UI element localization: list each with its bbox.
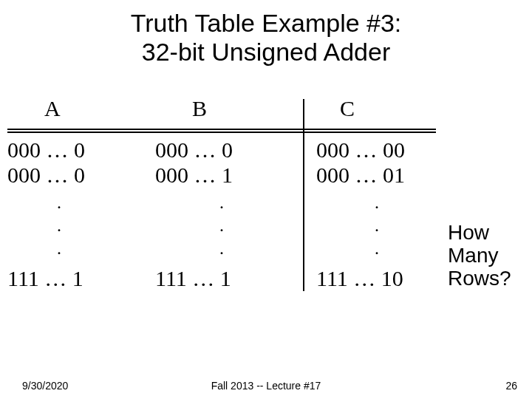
annotation-line: Rows?: [448, 267, 511, 290]
footer-course: Fall 2013 -- Lecture #17: [0, 380, 532, 392]
ellipsis-dot: .: [7, 197, 155, 209]
col-header-A: A: [7, 96, 155, 121]
footer-page-number: 26: [505, 380, 517, 392]
col-header-C: C: [303, 96, 436, 121]
table-header-row: A B C: [7, 96, 436, 121]
header-rule: [7, 129, 436, 133]
ellipsis-dot: .: [303, 219, 436, 232]
vertical-rule-bc: [303, 99, 304, 291]
annotation-line: How: [448, 222, 511, 245]
ellipsis-row: . . .: [7, 242, 436, 255]
ellipsis-dot: .: [155, 197, 303, 209]
cell-A: 000 … 0: [7, 164, 155, 186]
slide-title: Truth Table Example #3: 32-bit Unsigned …: [0, 0, 532, 66]
cell-B: 000 … 1: [155, 164, 303, 186]
title-line-1: Truth Table Example #3:: [0, 9, 532, 38]
ellipsis-dot: .: [155, 219, 303, 232]
table-row: 000 … 0 000 … 0 000 … 00: [7, 139, 436, 161]
ellipsis-dot: .: [303, 197, 436, 209]
cell-C: 000 … 01: [303, 164, 436, 186]
cell-C: 000 … 00: [303, 139, 436, 161]
table-row: 000 … 0 000 … 1 000 … 01: [7, 164, 436, 186]
title-line-2: 32-bit Unsigned Adder: [0, 38, 532, 66]
cell-A: 000 … 0: [7, 139, 155, 161]
ellipsis-row: . . .: [7, 197, 436, 209]
table-row: 111 … 1 111 … 1 111 … 10: [7, 267, 436, 290]
annotation-line: Many: [448, 245, 511, 267]
table-body: 000 … 0 000 … 0 000 … 00 000 … 0 000 … 1…: [7, 139, 436, 290]
cell-A: 111 … 1: [7, 267, 155, 290]
question-annotation: How Many Rows?: [448, 222, 511, 290]
cell-B: 000 … 0: [155, 139, 303, 161]
cell-B: 111 … 1: [155, 267, 303, 290]
ellipsis-dot: .: [155, 242, 303, 255]
ellipsis-dot: .: [303, 242, 436, 255]
ellipsis-dot: .: [7, 219, 155, 232]
truth-table: A B C 000 … 0 000 … 0 000 … 00 000 … 0 0…: [7, 96, 436, 293]
col-header-B: B: [155, 96, 303, 121]
cell-C: 111 … 10: [303, 267, 436, 290]
ellipsis-row: . . .: [7, 219, 436, 232]
ellipsis-dot: .: [7, 242, 155, 255]
